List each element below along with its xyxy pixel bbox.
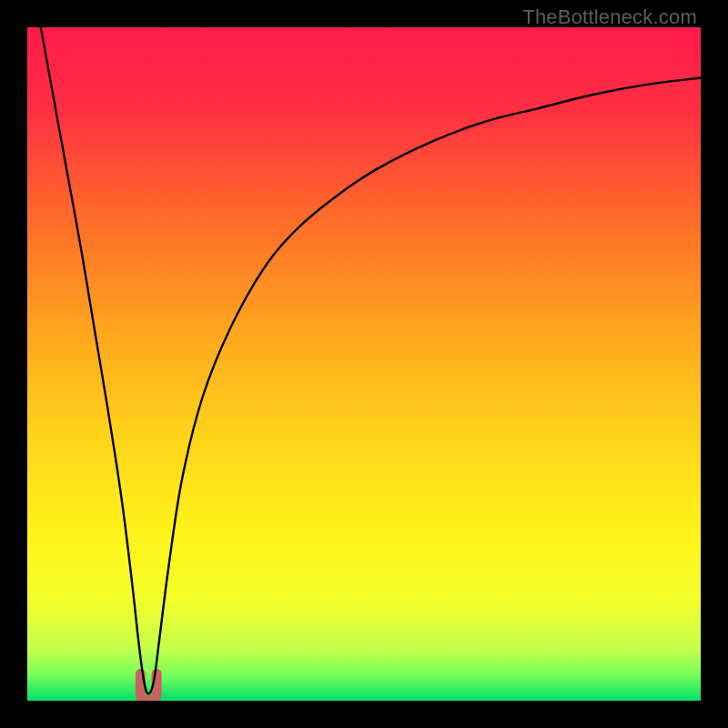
bottleneck-curve xyxy=(41,27,701,694)
outer-frame: TheBottleneck.com xyxy=(0,0,728,728)
curve-layer xyxy=(27,27,701,701)
watermark-text: TheBottleneck.com xyxy=(522,5,697,29)
plot-area xyxy=(27,27,701,701)
